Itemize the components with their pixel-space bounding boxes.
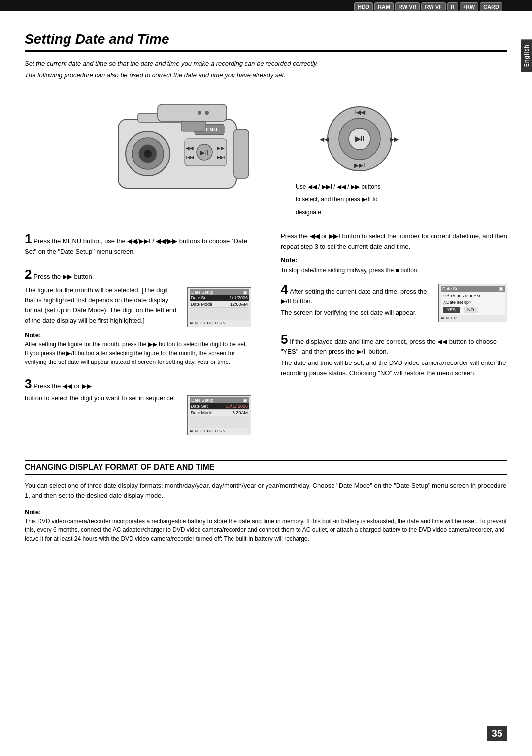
screen1-title: Date Setup — [191, 290, 213, 295]
button-caption-line2: to select, and then press ▶/II to — [296, 195, 424, 204]
step-2-note-label: Note: — [25, 331, 41, 339]
screen3-content: 12/ 1/2005 6:00AM — [443, 294, 503, 298]
screen1-row2-label: Date Mode — [191, 302, 212, 307]
step-4-note-label: Note: — [281, 256, 297, 263]
screen3-enter: ●ENTER — [441, 316, 457, 320]
svg-text:▶▶: ▶▶ — [217, 145, 225, 151]
screen-mockup-2: Date Setup ▣ Date Set 13/ 1/ 2006 Date M… — [187, 394, 251, 435]
screen1-enter: ●ENTER ●RETURN — [190, 321, 225, 325]
screen2-row2-label: Date Mode — [191, 410, 212, 415]
step-1: 1 Press the MENU button, use the ◀◀/▶▶I … — [25, 231, 251, 257]
step-3: 3 Press the ◀◀ or ▶▶ button to select th… — [25, 376, 251, 435]
button-diagram: ▶II I◀◀ ▶▶I ◀◀ ▶▶ Use ◀◀ / ▶▶I / ◀◀ / ▶▶… — [296, 90, 424, 217]
screen2-row1-value: 13/ 1/ 2006 — [226, 404, 248, 409]
media-plusrw: +RW — [460, 2, 479, 11]
left-column: 1 Press the MENU button, use the ◀◀/▶▶I … — [25, 231, 256, 445]
intro-line2: The following procedure can also be used… — [25, 70, 507, 80]
note2-label: Note: — [25, 508, 41, 516]
screen2-row1-label: Date Set — [191, 404, 208, 409]
svg-point-19 — [205, 111, 209, 115]
step-2-detail: The figure for the month will be selecte… — [25, 285, 178, 326]
page-title: Setting Date and Time — [25, 32, 507, 52]
step-5: 5 If the displayed date and time are cor… — [281, 332, 507, 379]
svg-text:◀◀: ◀◀ — [320, 136, 329, 143]
screen2-enter: ●ENTER ●RETURN — [190, 429, 225, 433]
svg-point-4 — [144, 150, 152, 158]
step-5-number: 5 — [281, 332, 288, 347]
svg-text:▶II: ▶II — [355, 135, 365, 143]
step-2-text: Press the ▶▶ button. — [33, 273, 94, 280]
screen3-question: △Date set up? — [443, 300, 503, 305]
svg-text:I◀◀: I◀◀ — [354, 109, 365, 116]
svg-point-18 — [198, 111, 201, 115]
svg-rect-17 — [158, 104, 227, 121]
screen-mockup-3: Date Set ▣ 12/ 1/2005 6:00AM △Date set u… — [438, 282, 507, 322]
button-caption-line3: designate. — [296, 208, 424, 217]
screen1-row1-value: 1/ 1/2006 — [229, 296, 248, 300]
step-5-text: If the displayed date and time are corre… — [281, 338, 497, 355]
svg-rect-8 — [234, 129, 249, 178]
screen-mockup-1: Date Setup ▣ Date Set 1/ 1/2006 Date Mod… — [187, 285, 251, 327]
media-hdd: HDD — [354, 2, 373, 11]
step-4-note2: To stop date/time setting midway, press … — [281, 266, 507, 275]
step-3-text: Press the ◀◀ or ▶▶ — [33, 382, 91, 390]
right-column: Press the ◀◀ or ▶▶I button to select the… — [276, 231, 507, 445]
page-number: 35 — [487, 726, 507, 741]
step-5-detail: The date and time will be set, and the D… — [281, 358, 507, 379]
step-4-prenote: Press the ◀◀ or ▶▶I button to select the… — [281, 231, 507, 275]
sidebar-language: English — [521, 39, 532, 72]
step-4-number: 4 — [281, 282, 288, 296]
step-3-number: 3 — [25, 376, 32, 391]
note-2: Note: This DVD video camera/recorder inc… — [25, 508, 507, 543]
svg-text:▶II: ▶II — [200, 149, 208, 156]
media-card: CARD — [480, 2, 502, 11]
step-2-number: 2 — [25, 267, 32, 282]
note2-text: This DVD video camera/recorder incorpora… — [25, 517, 507, 543]
screen1-row1-label: Date Set — [191, 296, 208, 300]
svg-text:▶▶I: ▶▶I — [217, 155, 225, 160]
svg-text:◀◀: ◀◀ — [186, 145, 194, 151]
step-2-note: After setting the figure for the month, … — [25, 340, 251, 366]
media-r: R — [447, 2, 458, 11]
media-ram: RAM — [374, 2, 394, 11]
svg-text:▶▶I: ▶▶I — [354, 162, 365, 169]
step-1-number: 1 — [25, 231, 32, 246]
screen1-row2-value: 12:00AM — [230, 302, 248, 307]
media-rwvf: RW VF — [421, 2, 445, 11]
screen3-no: NO — [464, 307, 478, 313]
step-1-text: Press the MENU button, use the ◀◀/▶▶I / … — [25, 237, 247, 255]
media-rwvr: RW VR — [395, 2, 420, 11]
section-heading: CHANGING DISPLAY FORMAT OF DATE AND TIME — [25, 460, 507, 475]
svg-text:I◀◀: I◀◀ — [186, 155, 194, 160]
step-4-detail: The screen for verifying the set date wi… — [281, 308, 431, 318]
steps-container: 1 Press the MENU button, use the ◀◀/▶▶I … — [25, 231, 507, 445]
svg-text:▶▶: ▶▶ — [390, 136, 399, 143]
step-4-note: Press the ◀◀ or ▶▶I button to select the… — [281, 231, 507, 252]
step-4-text: After setting the current date and time,… — [281, 288, 427, 305]
screen2-row2-value: 6:30AM — [233, 410, 248, 415]
step-4: 4 After setting the current date and tim… — [281, 282, 507, 322]
intro-line1: Set the current date and time so that th… — [25, 59, 507, 68]
step-3-detail: button to select the digit you want to s… — [25, 394, 178, 404]
section-text: You can select one of three date display… — [25, 481, 507, 501]
screen3-title: Date Set — [442, 286, 460, 291]
screen3-yes: YES — [443, 307, 460, 313]
step-2: 2 Press the ▶▶ button. The figure for th… — [25, 267, 251, 366]
screen2-title: Date Setup — [191, 398, 213, 403]
diagram-area: MENU ▶II ◀◀ ▶▶ I◀◀ ▶▶I — [25, 90, 507, 217]
button-caption-line1: Use ◀◀ / ▶▶I / ◀◀ / ▶▶ buttons — [296, 182, 424, 191]
media-bar: HDD RAM RW VR RW VF R +RW CARD — [0, 0, 532, 11]
camera-diagram: MENU ▶II ◀◀ ▶▶ I◀◀ ▶▶I — [108, 90, 276, 198]
